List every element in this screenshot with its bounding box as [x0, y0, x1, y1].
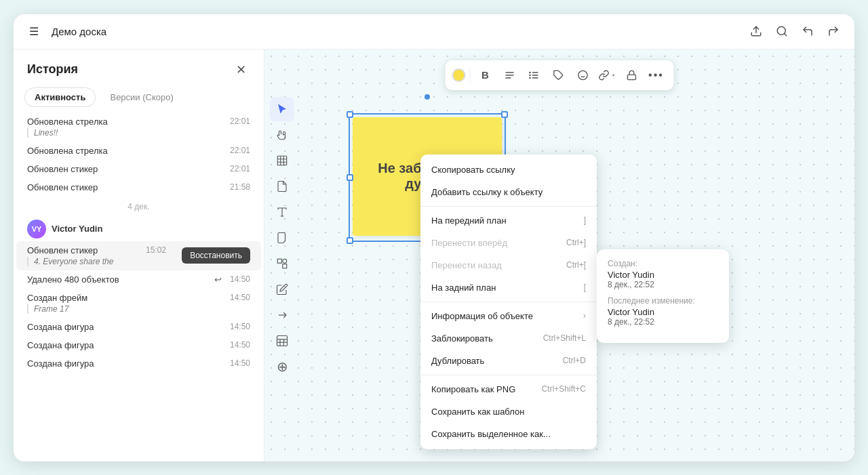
tab-versions[interactable]: Версии (Скоро) — [100, 87, 183, 107]
ctx-bring-front[interactable]: На передний план ] — [420, 209, 597, 232]
ctx-save-selected[interactable]: Сохранить выделенное как... — [420, 423, 597, 445]
avatar: VY — [27, 220, 46, 239]
list-button[interactable] — [524, 64, 545, 86]
align-button[interactable] — [499, 64, 521, 86]
ctx-save-template[interactable]: Сохранить как шаблон — [420, 400, 597, 423]
ctx-item-label: Скопировать ссылку — [431, 165, 515, 175]
text-tool[interactable] — [270, 200, 294, 224]
ctx-item-label: Добавить ссылку к объекту — [431, 187, 542, 197]
color-picker-button[interactable] — [452, 68, 466, 82]
hamburger-icon-label: ☰ — [29, 25, 39, 38]
user-name: Victor Yudin — [52, 224, 102, 234]
ctx-item-shortcut: Ctrl+D — [563, 356, 586, 365]
list-item: Обновлен стикер 21:58 — [16, 178, 261, 197]
history-item-time: 14:50 — [230, 358, 250, 368]
tag-button[interactable] — [548, 64, 570, 86]
ctx-send-backward: Перенести назад Ctrl+[ — [420, 254, 597, 276]
canvas-toolbar: B ••• — [446, 60, 674, 90]
history-item-title: Обновлен стикер — [27, 245, 98, 255]
bold-button[interactable]: B — [475, 64, 496, 86]
history-item-title: Удалено 480 объектов — [27, 274, 119, 285]
list-item: Удалено 480 объектов ↩ 14:50 — [16, 270, 261, 289]
ctx-item-shortcut: Ctrl+[ — [566, 260, 586, 270]
handle-top-left[interactable] — [347, 111, 353, 118]
ctx-divider — [420, 206, 597, 207]
ctx-object-info[interactable]: Информация об объекте › — [420, 305, 597, 327]
list-item-highlighted: Обновлен стикер 15:02 4. Everyone share … — [16, 241, 261, 270]
user-row: VY Victor Yudin — [16, 214, 261, 241]
ctx-item-label: Копировать как PNG — [431, 384, 515, 394]
history-item-title: Обновлен стикер — [27, 182, 98, 192]
table-tool[interactable] — [270, 329, 294, 353]
history-list: Обновлена стрелка 22:01 Lines!! Обновлен… — [14, 112, 264, 461]
more-tools[interactable]: ⊕ — [270, 354, 294, 379]
history-item-time: 14:50 — [230, 274, 250, 284]
ctx-lock[interactable]: Заблокировать Ctrl+Shift+L — [420, 327, 597, 350]
tab-versions-label: Версии (Скоро) — [110, 92, 173, 102]
svg-point-13 — [578, 70, 587, 79]
rotation-handle[interactable] — [425, 94, 430, 100]
more-button[interactable]: ••• — [646, 64, 667, 86]
svg-point-10 — [530, 75, 530, 75]
select-tool[interactable] — [270, 97, 294, 121]
handle-bottom-left[interactable] — [347, 237, 353, 244]
pen-tool[interactable] — [270, 277, 294, 302]
redo-button[interactable] — [823, 21, 844, 41]
history-item-title: Создана фигура — [27, 358, 94, 369]
document-tool[interactable] — [270, 174, 294, 199]
ctx-item-label: На передний план — [431, 215, 507, 226]
history-item-sub: 4. Everyone share the — [27, 257, 166, 266]
list-item: Создан фрейм 14:50 Frame 17 — [16, 289, 261, 318]
note-tool[interactable] — [270, 226, 294, 250]
modified-label: Последнее изменение: — [608, 296, 718, 306]
history-item-time: 14:50 — [230, 293, 250, 302]
top-bar-actions — [746, 21, 844, 41]
history-item-time: 15:02 — [146, 245, 166, 255]
hand-tool[interactable] — [270, 123, 294, 147]
svg-rect-24 — [277, 259, 281, 263]
sidebar-title: История — [27, 62, 78, 77]
ctx-add-link[interactable]: Добавить ссылку к объекту — [420, 181, 597, 203]
sidebar-close-button[interactable]: ✕ — [231, 60, 250, 79]
tab-activity[interactable]: Активность — [24, 87, 96, 107]
context-menu: Скопировать ссылку Добавить ссылку к объ… — [420, 154, 597, 449]
ctx-item-shortcut: Ctrl+Shift+C — [542, 384, 586, 394]
lock-button[interactable] — [621, 64, 643, 86]
svg-line-2 — [784, 33, 786, 35]
svg-rect-25 — [283, 264, 287, 268]
toolbar-divider — [470, 68, 471, 82]
board-title: Демо доска — [52, 26, 106, 37]
svg-point-11 — [530, 77, 530, 78]
history-item-time: 22:01 — [230, 164, 250, 173]
ctx-copy-link[interactable]: Скопировать ссылку — [420, 159, 597, 181]
ctx-item-label: На задний план — [431, 283, 496, 293]
menu-icon[interactable]: ☰ — [24, 22, 43, 41]
created-label: Создан: — [608, 259, 718, 268]
canvas-area[interactable]: B ••• — [264, 49, 854, 461]
shape-tool[interactable] — [270, 251, 294, 276]
history-item-time: 14:50 — [230, 322, 250, 331]
ctx-bring-forward: Перенести вперёд Ctrl+] — [420, 232, 597, 254]
ctx-item-label: Сохранить как шаблон — [431, 407, 524, 417]
ctx-item-label: Дублировать — [431, 356, 484, 366]
restore-button[interactable]: Восстановить — [182, 247, 250, 264]
emoji-button[interactable] — [572, 64, 594, 86]
ctx-duplicate[interactable]: Дублировать Ctrl+D — [420, 350, 597, 372]
ctx-send-back[interactable]: На задний план [ — [420, 276, 597, 299]
link-button[interactable] — [597, 64, 618, 86]
undo-button[interactable] — [797, 21, 818, 41]
ctx-copy-png[interactable]: Копировать как PNG Ctrl+Shift+C — [420, 378, 597, 400]
search-button[interactable] — [772, 21, 792, 41]
modified-section: Последнее изменение: Victor Yudin 8 дек.… — [608, 296, 718, 327]
tab-activity-label: Активность — [35, 92, 85, 102]
frame-tool[interactable] — [270, 148, 294, 173]
created-user: Victor Yudin — [608, 270, 718, 280]
ctx-item-shortcut: Ctrl+Shift+L — [543, 333, 586, 343]
title-text: Удалено 480 объектов — [27, 274, 119, 285]
top-bar: ☰ Демо доска — [14, 14, 854, 49]
handle-top-right[interactable] — [501, 111, 508, 118]
list-item: Создана фигура 14:50 — [16, 318, 261, 336]
upload-button[interactable] — [746, 21, 766, 41]
connector-tool[interactable] — [270, 303, 294, 327]
svg-rect-16 — [628, 75, 636, 79]
